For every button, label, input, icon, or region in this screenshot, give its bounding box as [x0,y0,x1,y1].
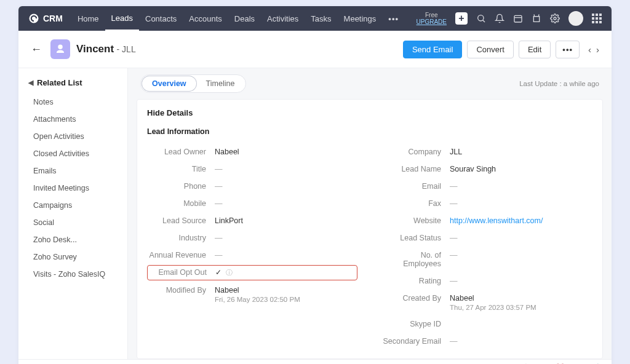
svg-point-0 [478,15,484,21]
field-fax: Fax — [382,195,592,212]
nav-leads[interactable]: Leads [105,6,139,31]
tab-switch: Overview Timeline [140,74,246,93]
bell-icon[interactable] [495,14,504,23]
main-area: Overview Timeline Last Update : a while … [128,68,612,359]
field-created-by: Created By Nabeel Thu, 27 Apr 2023 03:57… [382,290,592,315]
sidebar-item-closed-activities[interactable]: Closed Activities [18,145,127,162]
field-website: Website http://www.lenswithart.com/ [382,212,592,229]
field-phone: Phone — [147,178,357,195]
chevron-left-icon: ◀ [28,79,33,87]
app-shell: CRM Home Leads Contacts Accounts Deals A… [18,6,612,364]
record-company-suffix: - JLL [117,44,136,54]
check-icon: ✓ [215,268,221,277]
field-skype-id: Skype ID [382,315,592,333]
field-secondary-email: Secondary Email — [382,333,592,350]
field-email: Email — [382,178,592,195]
calendar-icon[interactable] [513,14,523,23]
svg-line-1 [483,20,485,22]
sidebar-item-emails[interactable]: Emails [18,162,127,180]
nav-contacts[interactable]: Contacts [139,6,183,31]
field-title: Title — [147,160,357,178]
gear-icon[interactable] [550,14,560,23]
svg-rect-2 [514,15,522,22]
sidebar-item-zoho-survey[interactable]: Zoho Survey [18,248,127,266]
nav-deals[interactable]: Deals [228,6,261,31]
prev-record-icon[interactable]: ‹ [588,44,591,55]
field-rating: Rating — [382,272,592,290]
nav-accounts[interactable]: Accounts [183,6,228,31]
related-list-sidebar: ◀ Related List Notes Attachments Open Ac… [18,68,128,359]
field-industry: Industry — [147,229,357,247]
field-lead-owner: Lead Owner Nabeel [147,143,357,160]
field-lead-name: Lead Name Sourav Singh [382,160,592,178]
nav-tasks[interactable]: Tasks [305,6,337,31]
convert-button[interactable]: Convert [467,41,514,58]
record-pager: ‹ › [588,44,599,55]
apps-grid-icon[interactable] [592,14,602,23]
record-avatar [50,39,70,59]
edit-button[interactable]: Edit [519,41,551,58]
record-title-wrap: Vincent - JLL [76,43,136,55]
more-actions-button[interactable]: ••• [556,41,580,58]
field-employees: No. of Employees — [382,247,592,272]
field-lead-status: Lead Status — [382,229,592,247]
upgrade-free-label: Free [417,12,447,18]
bottom-toolbar: ▭ 📢 ↻ ⏰ ⟳ 📋 [18,359,612,364]
sidebar-item-attachments[interactable]: Attachments [18,111,127,128]
field-annual-revenue: Annual Revenue — [147,247,357,264]
store-icon[interactable] [532,14,541,23]
record-header: ← Vincent - JLL Send Email Convert Edit … [18,31,612,68]
field-modified-by: Modified By Nabeel Fri, 26 May 2023 02:5… [147,282,357,307]
nav-meetings[interactable]: Meetings [338,6,383,31]
upgrade-box[interactable]: Free UPGRADE [417,12,447,25]
field-lead-source: Lead Source LinkPort [147,212,357,229]
hide-details-toggle[interactable]: Hide Details [147,108,592,117]
nav-activities[interactable]: Activities [261,6,305,31]
sidebar-title: Related List [37,78,82,87]
body: ◀ Related List Notes Attachments Open Ac… [18,68,612,359]
next-record-icon[interactable]: › [596,44,599,55]
nav-items: Home Leads Contacts Accounts Deals Activ… [71,6,405,31]
right-column: Company JLL Lead Name Sourav Singh Email… [382,143,592,350]
topbar: CRM Home Leads Contacts Accounts Deals A… [18,6,612,31]
left-column: Lead Owner Nabeel Title — Phone — Mobi [147,143,357,350]
tab-overview[interactable]: Overview [142,76,196,91]
back-arrow-icon[interactable]: ← [31,43,42,56]
sidebar-item-open-activities[interactable]: Open Activities [18,128,127,145]
email-opt-out-value[interactable]: ✓ ⓘ [215,268,357,277]
detail-card: Hide Details Lead Information Lead Owner… [137,99,603,359]
sidebar-item-notes[interactable]: Notes [18,93,127,111]
add-icon[interactable]: + [455,12,468,25]
field-mobile: Mobile — [147,195,357,212]
info-icon[interactable]: ⓘ [226,269,233,276]
field-email-opt-out: Email Opt Out ✓ ⓘ [147,265,357,280]
app-name: CRM [43,14,63,23]
search-icon[interactable] [476,14,486,23]
app-logo[interactable]: CRM [28,13,63,24]
nav-more[interactable]: ••• [382,14,405,23]
sidebar-item-invited-meetings[interactable]: Invited Meetings [18,180,127,197]
sidebar-header[interactable]: ◀ Related List [18,76,127,93]
sidebar-item-visits-salesiq[interactable]: Visits - Zoho SalesIQ [18,266,127,283]
website-link[interactable]: http://www.lenswithart.com/ [450,216,543,225]
tabs-row: Overview Timeline Last Update : a while … [137,68,603,99]
svg-point-4 [554,17,556,20]
user-avatar[interactable] [568,11,583,26]
lead-info-grid: Lead Owner Nabeel Title — Phone — Mobi [147,143,592,350]
last-update-label: Last Update : a while ago [519,80,599,87]
upgrade-link[interactable]: UPGRADE [417,18,447,25]
sidebar-item-zoho-desk[interactable]: Zoho Desk... [18,231,127,248]
topbar-icons: + [455,11,602,26]
nav-home[interactable]: Home [71,6,105,31]
send-email-button[interactable]: Send Email [403,41,462,58]
field-company: Company JLL [382,143,592,160]
sidebar-item-social[interactable]: Social [18,214,127,231]
sidebar-item-campaigns[interactable]: Campaigns [18,197,127,214]
record-name: Vincent [76,43,114,55]
tab-timeline[interactable]: Timeline [196,76,245,91]
section-title: Lead Information [147,127,592,136]
